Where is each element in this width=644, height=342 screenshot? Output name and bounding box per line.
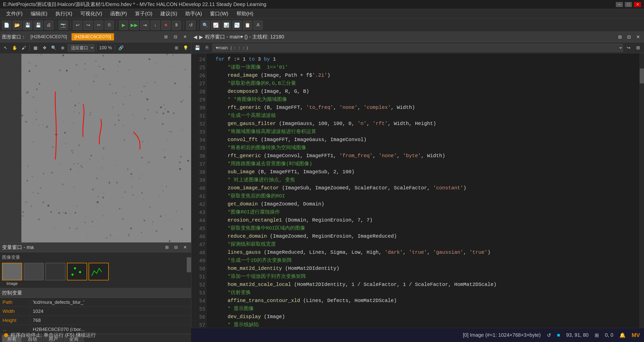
tb-save2[interactable]: 💾 [34, 21, 43, 30]
tb-cut[interactable]: ✂ [94, 21, 103, 30]
code-copy-btn[interactable]: ⎘ [203, 44, 211, 52]
code-dock[interactable]: ⊞ [616, 33, 624, 41]
menu-visual[interactable]: 可视化(V) [77, 9, 106, 18]
gt-link[interactable]: 🔗 [117, 44, 125, 52]
tb-reset[interactable]: ↺ [186, 21, 195, 30]
gt-drag[interactable]: ✥ [41, 44, 49, 52]
gt-zoom-label: 100 % [98, 45, 113, 51]
code-scrollbar[interactable] [639, 53, 644, 328]
code-scrollbar-thumb[interactable] [640, 68, 644, 83]
gt-brush[interactable]: 🖌 [20, 44, 28, 52]
ln-52: 52 [192, 281, 205, 289]
code-float[interactable]: ⊟ [625, 33, 633, 41]
code-line-36: rft_generic (ImageConvol, ImageFFT1, 'fr… [209, 152, 636, 160]
minimize-button[interactable]: ─ [616, 2, 623, 7]
tb-undo[interactable]: ↩ [73, 21, 82, 30]
tb-runall[interactable]: ▶▶ [130, 21, 139, 30]
code-right1[interactable]: ↪ [624, 44, 632, 52]
menu-op[interactable]: 算子(O) [131, 9, 156, 18]
tb-chart4[interactable]: 📋 [243, 21, 252, 30]
svg-point-0 [74, 267, 76, 269]
gt-pointer[interactable]: ↖ [2, 44, 10, 52]
menu-file[interactable]: 文件(F) [3, 9, 26, 18]
code-controls: ⊞ ⊟ ✕ [616, 33, 642, 41]
var-dock[interactable]: ⊞ [163, 243, 171, 251]
gw-close[interactable]: ✕ [181, 33, 189, 41]
tb-pause[interactable]: ⏸ [172, 21, 181, 30]
code-save-btn[interactable]: 💾 [193, 44, 201, 52]
var-image-item-3[interactable] [67, 263, 87, 281]
graphics-canvas[interactable] [0, 54, 191, 242]
image-info: [0] Image (#=1: 1024×768×3×byte) [463, 332, 541, 338]
menu-func[interactable]: 函数(P) [107, 9, 131, 18]
ctrl-value-2: 768 [30, 318, 191, 323]
var-image-item-0[interactable]: Image [2, 263, 22, 286]
maximize-button[interactable]: □ [625, 2, 632, 7]
var-image-item-1[interactable] [24, 263, 44, 281]
code-editor-toolbar: 💾 ⎘ ▾main（：：：） ↪ ⊞ [191, 42, 644, 53]
menu-window[interactable]: 窗口(W) [206, 9, 232, 18]
code-line-51: *添加一个缩放因子到齐次变换矩阵 [209, 273, 636, 281]
window-title: E:/NetProjects/测试项目/Halcon/源码及素材/1/Demo.… [3, 1, 616, 8]
var-title: 变量窗口 - ma [2, 244, 34, 251]
ln-47: 47 [192, 240, 205, 248]
tb-copy[interactable]: ⎘ [105, 21, 114, 30]
menu-edit[interactable]: 编辑(E) [27, 9, 51, 18]
menu-help[interactable]: 帮助(H) [233, 9, 257, 18]
tb-step[interactable]: ⇥ [140, 21, 149, 30]
code-line-43: *图像ROI进行腐蚀操作 [209, 208, 636, 216]
ln-53: 53 [192, 289, 205, 297]
var-label-0: Image [7, 281, 18, 286]
tb-search[interactable]: 🔍 [201, 21, 210, 30]
var-scrollbar-thumb[interactable] [187, 257, 191, 272]
var-close[interactable]: ✕ [181, 243, 189, 251]
gt-zoomin[interactable]: ⊕ [59, 44, 67, 52]
gw-tab-inactive[interactable]: [H2B4EC6CE070] [28, 33, 69, 40]
ln-24: 24 [192, 55, 205, 63]
gw-float[interactable]: ⊟ [171, 33, 180, 41]
code-title: 程序窗口 - main▾ () - 主线程: 12180 [205, 33, 614, 40]
gt-layers[interactable]: ⊞ [172, 44, 181, 52]
toolbar-sep3 [116, 21, 117, 29]
code-nav-back[interactable]: ◀ [193, 34, 197, 40]
var-float[interactable]: ⊟ [172, 243, 180, 251]
gw-tab-active[interactable]: [H2B4EC6CE070] [71, 33, 114, 40]
var-thumb-4 [89, 263, 109, 280]
code-nav-fwd[interactable]: ▶ [199, 34, 203, 40]
tb-stop[interactable]: ■ [161, 21, 170, 30]
tb-print[interactable]: 🖨 [44, 21, 53, 30]
tb-redo[interactable]: ↪ [84, 21, 93, 30]
tb-camera[interactable]: 📷 [59, 21, 68, 30]
tb-run[interactable]: ▶ [119, 21, 128, 30]
func-selector[interactable]: ▾main（：：：） [212, 44, 623, 52]
code-close[interactable]: ✕ [634, 33, 642, 41]
menu-suggest[interactable]: 建议(S) [157, 9, 181, 18]
var-image-item-2[interactable] [45, 263, 65, 281]
tb-chart3[interactable]: 📉 [232, 21, 241, 30]
gt-select[interactable]: ▦ [31, 44, 40, 52]
tb-font[interactable]: A [254, 21, 263, 30]
var-scrollbar[interactable] [187, 252, 191, 288]
gt-hand[interactable]: ✋ [11, 44, 19, 52]
gt-zoom[interactable]: 🔍 [50, 44, 58, 52]
tb-chart1[interactable]: 📈 [211, 21, 220, 30]
tb-new[interactable]: 📄 [2, 21, 11, 30]
code-right2[interactable]: ⊞ [634, 44, 642, 52]
menu-assist[interactable]: 助手(A) [182, 9, 206, 18]
var-thumb-1 [24, 263, 44, 280]
gt-light[interactable]: 💡 [182, 44, 190, 52]
region-display: 0, 0 [605, 332, 613, 338]
code-area: 24 25 26 27 28 29 30 31 32 33 34 35 36 3… [191, 53, 644, 328]
close-button[interactable]: ✕ [634, 2, 641, 7]
var-image-item-4[interactable] [89, 263, 109, 281]
tb-chart2[interactable]: 📊 [222, 21, 231, 30]
gt-sep2 [96, 45, 96, 52]
var-content: 图像变量 Image [0, 252, 191, 288]
tb-stepinto[interactable]: ↓ [151, 21, 160, 30]
gw-dock[interactable]: ⊞ [162, 33, 170, 41]
menu-exec[interactable]: 执行(X) [52, 9, 76, 18]
tb-open[interactable]: 📂 [13, 21, 22, 30]
gt-zoom-dropdown[interactable]: 适应窗口 100 % [68, 44, 94, 52]
tb-save[interactable]: 💾 [23, 21, 32, 30]
code-content[interactable]: for f := 1 to 3 by 1 *读取一张图像 1=>'01' rea… [206, 53, 639, 328]
